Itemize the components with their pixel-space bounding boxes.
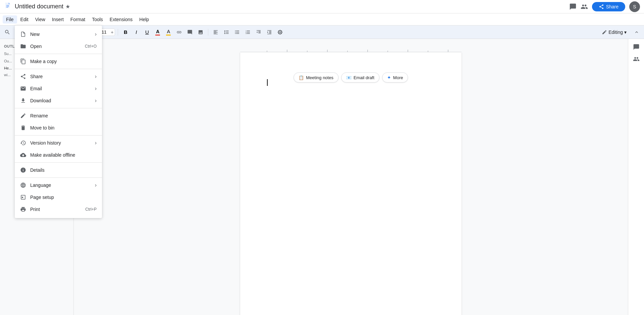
dropdown-item-move-to-bin[interactable]: Move to bin xyxy=(15,122,102,134)
menu-item-help[interactable]: Help xyxy=(136,15,152,23)
line-spacing-button[interactable] xyxy=(222,28,231,37)
doc-title[interactable]: Untitled document xyxy=(15,3,63,10)
move-to-bin-icon xyxy=(20,125,26,131)
menu-item-edit[interactable]: Edit xyxy=(17,15,32,23)
menu-bar: File Edit View Insert Format Tools Exten… xyxy=(0,13,644,25)
print-icon xyxy=(20,206,26,212)
dropdown-section-7: Language › Page setup Print Ctrl+P xyxy=(15,178,102,217)
dropdown-section-2: Make a copy xyxy=(15,54,102,69)
menu-item-extensions[interactable]: Extensions xyxy=(106,15,136,23)
print-label: Print xyxy=(30,207,40,212)
dropdown-item-page-setup[interactable]: Page setup xyxy=(15,191,102,203)
print-shortcut: Ctrl+P xyxy=(85,207,97,212)
hide-toolbar-button[interactable] xyxy=(632,28,641,37)
numbered-list-button[interactable] xyxy=(243,28,253,37)
dropdown-section-1: New › Open Ctrl+O xyxy=(15,27,102,54)
insert-image-button[interactable] xyxy=(196,28,205,37)
language-label: Language xyxy=(30,182,51,188)
more-label: More xyxy=(393,75,403,80)
indent-decrease-button[interactable] xyxy=(254,28,263,37)
new-label: New xyxy=(30,32,40,37)
email-icon xyxy=(20,86,26,92)
underline-button[interactable]: U xyxy=(142,28,152,37)
font-size-increase-button[interactable]: + xyxy=(109,29,115,36)
open-icon xyxy=(20,43,26,49)
email-label: Email xyxy=(30,86,42,91)
more-icon: ✦ xyxy=(387,75,391,80)
dropdown-item-rename[interactable]: Rename xyxy=(15,110,102,122)
dropdown-item-language[interactable]: Language › xyxy=(15,179,102,191)
email-draft-label: Email draft xyxy=(354,75,374,80)
share-arrow-icon: › xyxy=(95,73,97,80)
language-icon xyxy=(20,182,26,188)
bold-button[interactable]: B xyxy=(121,28,130,37)
meeting-notes-icon: 📋 xyxy=(299,75,304,80)
share-menu-label: Share xyxy=(30,74,43,79)
align-button[interactable] xyxy=(211,28,220,37)
text-color-button[interactable]: A xyxy=(153,28,162,37)
version-history-arrow-icon: › xyxy=(95,140,97,146)
menu-item-insert[interactable]: Insert xyxy=(49,15,67,23)
dropdown-item-version-history[interactable]: Version history › xyxy=(15,137,102,149)
share-menu-icon xyxy=(20,73,26,80)
download-arrow-icon: › xyxy=(95,98,97,104)
meeting-notes-chip[interactable]: 📋 Meeting notes xyxy=(293,72,338,83)
right-panel xyxy=(628,39,644,315)
dropdown-item-details[interactable]: Details xyxy=(15,164,102,176)
right-panel-chat-icon[interactable] xyxy=(631,42,642,52)
menu-item-tools[interactable]: Tools xyxy=(89,15,106,23)
email-arrow-icon: › xyxy=(95,86,97,92)
rename-label: Rename xyxy=(30,113,48,118)
dropdown-item-make-available-offline[interactable]: Make available offline xyxy=(15,149,102,161)
page-setup-label: Page setup xyxy=(30,195,54,200)
star-icon[interactable]: ★ xyxy=(65,3,70,10)
dropdown-item-email[interactable]: Email › xyxy=(15,83,102,95)
menu-item-file[interactable]: File xyxy=(3,15,17,23)
more-chip[interactable]: ✦ More xyxy=(382,72,408,83)
dropdown-section-3: Share › Email › Download › xyxy=(15,69,102,108)
menu-item-view[interactable]: View xyxy=(32,15,49,23)
dropdown-item-download[interactable]: Download › xyxy=(15,95,102,107)
ruler-svg xyxy=(240,46,462,52)
share-button[interactable]: Share xyxy=(592,2,625,11)
open-shortcut: Ctrl+O xyxy=(85,44,97,49)
right-panel-people-icon[interactable] xyxy=(631,54,642,64)
highlight-color-bar xyxy=(166,35,171,36)
text-cursor xyxy=(267,79,268,86)
chat-history-button[interactable] xyxy=(569,3,577,10)
email-draft-chip[interactable]: 📧 Email draft xyxy=(341,72,379,83)
dropdown-section-5: Version history › Make available offline xyxy=(15,136,102,163)
dropdown-section-4: Rename Move to bin xyxy=(15,108,102,136)
share-label: Share xyxy=(606,4,619,9)
menu-item-format[interactable]: Format xyxy=(67,15,89,23)
user-avatar[interactable]: S xyxy=(629,1,640,12)
list-button[interactable] xyxy=(232,28,242,37)
search-icon[interactable] xyxy=(3,28,12,37)
open-label: Open xyxy=(30,44,42,49)
dropdown-item-print[interactable]: Print Ctrl+P xyxy=(15,203,102,215)
make-available-offline-label: Make available offline xyxy=(30,152,75,158)
details-icon xyxy=(20,167,26,173)
email-draft-icon: 📧 xyxy=(346,75,352,80)
dropdown-item-open[interactable]: Open Ctrl+O xyxy=(15,40,102,52)
editor-area[interactable]: 📋 Meeting notes 📧 Email draft ✦ More xyxy=(74,39,628,315)
move-to-bin-label: Move to bin xyxy=(30,125,54,130)
clear-formatting-button[interactable] xyxy=(275,28,285,37)
make-available-offline-icon xyxy=(20,152,26,158)
dropdown-item-new[interactable]: New › xyxy=(15,28,102,40)
make-copy-label: Make a copy xyxy=(30,59,57,64)
editing-mode-label: Editing xyxy=(608,30,623,35)
indent-increase-button[interactable] xyxy=(265,28,274,37)
link-button[interactable] xyxy=(174,28,184,37)
template-suggestions: 📋 Meeting notes 📧 Email draft ✦ More xyxy=(293,72,408,83)
new-icon xyxy=(20,31,26,37)
highlight-color-button[interactable]: A xyxy=(164,28,173,37)
document-page[interactable]: 📋 Meeting notes 📧 Email draft ✦ More xyxy=(240,52,462,315)
toolbar-divider-5 xyxy=(208,29,208,36)
italic-button[interactable]: I xyxy=(131,28,141,37)
insert-comment-button[interactable] xyxy=(185,28,195,37)
dropdown-item-share[interactable]: Share › xyxy=(15,70,102,83)
editing-mode-button[interactable]: Editing ▾ xyxy=(599,28,629,36)
people-icon-button[interactable] xyxy=(581,3,588,10)
dropdown-item-make-copy[interactable]: Make a copy xyxy=(15,55,102,67)
